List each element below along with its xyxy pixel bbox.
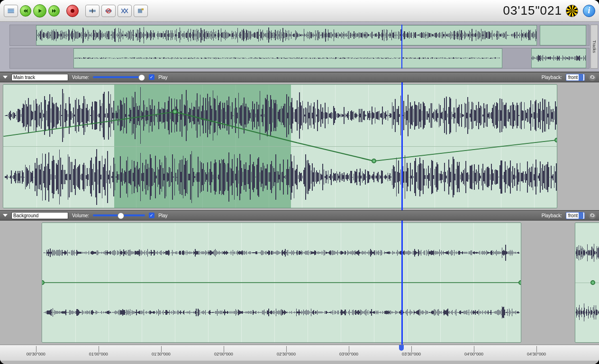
ruler-label: 03'00"000 (339, 352, 358, 356)
track-main-header: Volume: ✓ Play Playback: front (0, 72, 599, 82)
ruler-label: 04'00"000 (464, 352, 483, 356)
svg-rect-14 (142, 8, 144, 10)
ruler-label: 03'30"000 (402, 352, 421, 356)
envelope-point[interactable] (590, 280, 595, 285)
volume-label: Volume: (72, 75, 89, 80)
ruler-label: 02'30"000 (277, 352, 296, 356)
rewind-button[interactable] (20, 5, 31, 17)
svg-marker-5 (39, 9, 42, 13)
track-bg-clip-2[interactable] (575, 222, 599, 343)
playhead[interactable] (401, 221, 403, 345)
marker-tool-button[interactable] (134, 5, 148, 17)
track-bg-volume-slider[interactable] (93, 214, 145, 216)
svg-rect-1 (8, 9, 14, 9)
playback-label: Playback: (542, 75, 562, 80)
track-bg-header: Volume: ✓ Play Playback: front (0, 210, 599, 221)
gear-icon (590, 74, 595, 80)
track-main-name-input[interactable] (11, 74, 68, 81)
play-label: Play (158, 213, 167, 218)
envelope-point[interactable] (518, 280, 521, 285)
overview-lane-bg[interactable] (9, 48, 590, 69)
disclosure-triangle-icon[interactable] (3, 214, 8, 217)
disclosure-triangle-icon[interactable] (3, 76, 8, 79)
overview-playhead[interactable] (401, 25, 402, 69)
svg-rect-2 (8, 12, 14, 13)
envelope-point[interactable] (554, 138, 557, 142)
track-bg-clip[interactable] (42, 222, 521, 343)
overview-strip[interactable]: Tracks (0, 22, 599, 72)
track-main-volume-slider[interactable] (93, 76, 145, 78)
ruler-label: 00'30"000 (27, 352, 45, 356)
svg-marker-6 (52, 9, 54, 13)
track-bg-play-checkbox[interactable]: ✓ (149, 213, 154, 218)
time-ruler[interactable]: 00'30"00001'00"00001'30"00002'00"00002'3… (0, 345, 599, 361)
ruler-playhead-marker[interactable] (399, 345, 404, 351)
gear-icon (590, 213, 595, 218)
tracks-side-tab[interactable]: Tracks (590, 25, 598, 69)
editor-window: 03'15"021 i Tracks Volume: (0, 0, 599, 364)
play-button[interactable] (33, 4, 46, 18)
volume-label: Volume: (72, 213, 89, 218)
playhead[interactable] (401, 82, 403, 210)
tracks-area: Volume: ✓ Play Playback: front (0, 72, 599, 364)
info-button[interactable]: i (583, 5, 595, 17)
track-bg-playback-select[interactable]: front (566, 212, 585, 219)
track-main-play-checkbox[interactable]: ✓ (149, 74, 154, 80)
ruler-label: 01'00"000 (89, 352, 108, 356)
envelope-point[interactable] (172, 109, 177, 114)
clip-cut-button[interactable] (85, 5, 100, 17)
clip-fade-button[interactable] (118, 5, 132, 17)
svg-marker-7 (54, 9, 56, 13)
ruler-label: 01'30"000 (152, 352, 171, 356)
fast-forward-button[interactable] (48, 5, 60, 17)
track-bg-lane[interactable] (0, 221, 599, 345)
overview-lane-main[interactable] (9, 25, 590, 46)
track-bg-name-input[interactable] (11, 212, 68, 219)
timecode-display: 03'15"021 (503, 3, 562, 18)
selection-tool-button[interactable] (4, 5, 18, 17)
envelope-point[interactable] (372, 159, 376, 163)
play-label: Play (158, 75, 167, 80)
ruler-label: 04'30"000 (527, 352, 546, 356)
record-button[interactable] (66, 5, 79, 17)
svg-marker-4 (26, 9, 27, 13)
playback-label: Playback: (542, 213, 562, 218)
burn-button[interactable] (566, 5, 578, 17)
svg-rect-0 (8, 9, 14, 12)
track-main-clip[interactable] (3, 84, 557, 208)
track-main-gear-button[interactable] (589, 73, 596, 81)
toolbar: 03'15"021 i (0, 0, 599, 22)
ruler-label: 02'00"000 (214, 352, 233, 356)
track-main-lane[interactable] (0, 82, 599, 210)
track-bg-gear-button[interactable] (589, 212, 596, 219)
track-main-playback-select[interactable]: front (566, 74, 585, 81)
svg-marker-3 (24, 9, 26, 13)
clip-silence-button[interactable] (101, 5, 116, 17)
